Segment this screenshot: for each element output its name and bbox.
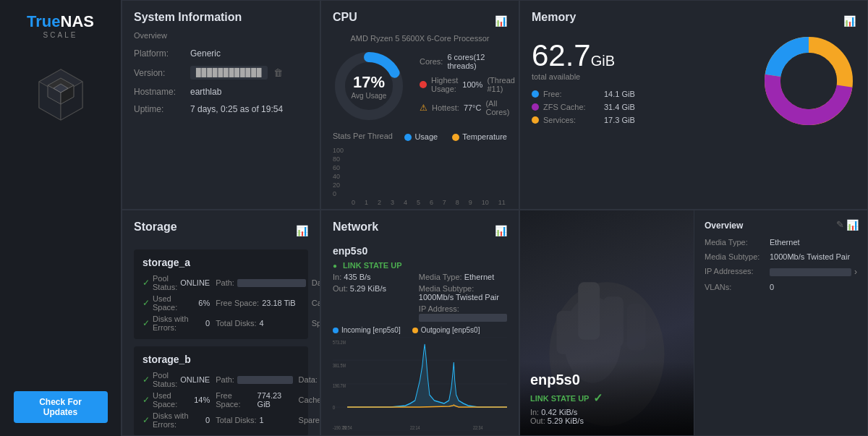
cpu-donut: 17% Avg Usage <box>333 50 405 122</box>
check-updates-button[interactable]: Check For Updates <box>14 391 108 423</box>
pool-b-spares: Spares: 0 <box>299 411 320 429</box>
pool-b-used: ✓ Used Space: 14% <box>142 391 210 409</box>
diskerr-icon-b: ✓ <box>142 415 150 425</box>
uptime-value: 7 days, 0:25 as of 19:54 <box>190 104 283 114</box>
storage-panel: Storage 📊 storage_a ✓ Pool Status: ONLIN… <box>122 210 320 436</box>
path-label-a: Path: <box>216 278 234 287</box>
diskerr-icon-a: ✓ <box>142 318 150 328</box>
uptime-row: Uptime: 7 days, 0:25 as of 19:54 <box>134 104 308 114</box>
pool-b-name: storage_b <box>142 354 299 365</box>
data-label-b: Data: <box>299 375 318 384</box>
iface-media-subtype-row: Media Subtype: 1000Mb/s Twisted Pair <box>705 252 857 261</box>
memory-total-label: total available <box>532 72 635 81</box>
totaldisks-val-a: 4 <box>259 319 263 328</box>
used-icon-a: ✓ <box>142 298 150 308</box>
memory-donut <box>762 34 856 130</box>
pool-a-diskerrs: ✓ Disks with Errors: 0 <box>142 315 210 332</box>
cpu-hottest-row: ⚠ Hottest: 77°C (All Cores) <box>420 99 515 116</box>
iface-out-label: Out: <box>530 416 548 425</box>
dashboard: TrueNAS SCALE Che <box>0 0 868 436</box>
uptime-label: Uptime: <box>134 104 190 114</box>
interface-edit-icon[interactable]: ✎ <box>836 219 844 230</box>
incoming-dot <box>333 328 339 333</box>
used-label-a: Used Space: <box>153 294 195 312</box>
memory-chart-icon[interactable]: 📊 <box>843 15 856 27</box>
cpu-donut-label: 17% Avg Usage <box>352 73 387 100</box>
net-media-type: Media Type: Ethernet <box>419 273 507 281</box>
mem-services-row: Services: 17.3 GiB <box>532 116 635 124</box>
used-value-b: 14% <box>194 396 210 404</box>
iface-ip-row: IP Addresses: ████████████ › <box>705 267 857 277</box>
storage-pool-a: storage_a ✓ Pool Status: ONLINE Path: ██… <box>134 249 308 339</box>
ip-value: █████████████ <box>419 314 507 322</box>
pool-b-diskerrs: ✓ Disks with Errors: 0 <box>142 411 210 429</box>
version-value: ████████████ <box>190 66 268 80</box>
cpu-bars-chart <box>350 147 507 197</box>
pool-b-free: Free Space: 774.23 GiB <box>216 391 292 409</box>
pool-b-status-icon: ✓ <box>142 375 150 385</box>
used-label-b: Used Space: <box>153 391 191 409</box>
cpu-stats: Cores: 6 cores(12 threads) Highest Usage… <box>420 50 515 122</box>
iface-in-out: In: 0.42 KiB/s Out: 5.29 KiB/s <box>530 408 684 425</box>
sysinfo-panel: System Information Overview Platform: Ge… <box>122 0 320 210</box>
highest-value: 100% <box>462 80 482 89</box>
platform-label: Platform: <box>134 48 190 59</box>
iface-vlans-val: 0 <box>770 283 774 291</box>
iface-vlans-label: VLANs: <box>705 283 770 291</box>
net-io-out: Out: 5.29 KiB/s <box>333 284 401 302</box>
svg-point-14 <box>780 53 837 109</box>
pool-a-spares: Spares: 0 <box>312 315 320 332</box>
iface-ip-arrow[interactable]: › <box>854 267 857 277</box>
network-title: Network <box>333 221 378 234</box>
net-in-val: 435 B/s <box>344 273 370 281</box>
pool-a-status: ✓ Pool Status: ONLINE <box>142 274 210 291</box>
services-dot <box>532 116 539 124</box>
pool-b-data: Data: 1 vdev <box>299 371 320 388</box>
network-svg-chart: 573.2M 381.5M 190.7M 0 -190.7M 21:54 22:… <box>333 337 507 431</box>
free-value-b: 774.23 GiB <box>258 391 293 409</box>
iface-media-type-row: Media Type: Ethernet <box>705 238 857 247</box>
legend-usage: Usage <box>404 132 438 141</box>
pool-a-free: Free Space: 23.18 TiB <box>216 294 306 312</box>
pool-a-name: storage_a <box>142 257 299 268</box>
iface-overview-label: Overview <box>705 221 857 231</box>
svg-text:381.5M: 381.5M <box>333 362 346 368</box>
memory-title: Memory <box>532 11 576 24</box>
used-icon-b: ✓ <box>142 395 150 405</box>
pool-a-totaldisks: Total Disks: 4 <box>216 315 306 332</box>
hostname-value: earthlab <box>190 87 221 97</box>
link-up-dot: ● <box>333 262 337 270</box>
free-label: Free: <box>543 90 600 98</box>
mem-zfs-row: ZFS Cache: 31.4 GiB <box>532 103 635 111</box>
hottest-label: Hottest: <box>432 103 459 112</box>
storage-chart-icon[interactable]: 📊 <box>296 225 308 236</box>
platform-row: Platform: Generic <box>134 48 308 59</box>
free-label-b: Free Space: <box>216 391 254 409</box>
version-edit-icon[interactable]: 🗑 <box>273 67 283 78</box>
cpu-title: CPU <box>333 11 357 24</box>
hottest-value: 77°C <box>464 103 482 112</box>
caches-label-b: Caches: <box>299 396 320 404</box>
hostname-row: Hostname: earthlab <box>134 87 308 97</box>
iface-out-val: 5.29 KiB/s <box>548 416 584 425</box>
ip-label: IP Address: <box>419 304 459 313</box>
svg-rect-31 <box>578 282 600 339</box>
hottest-sub: (All Cores) <box>485 99 514 116</box>
interface-chart-icon[interactable]: 📊 <box>846 219 859 231</box>
totaldisks-val-b: 1 <box>259 416 263 424</box>
svg-rect-32 <box>603 296 624 347</box>
diskerr-val-a: 0 <box>205 319 210 328</box>
storage-pool-b: storage_b ✓ Pool Status: ONLINE Path: ██… <box>134 346 308 436</box>
diskerr-label-a: Disks with Errors: <box>153 315 203 332</box>
iface-media-type-label: Media Type: <box>705 238 770 247</box>
svg-text:190.7M: 190.7M <box>333 382 346 388</box>
cpu-panel: CPU 📊 AMD Ryzen 5 5600X 6-Core Processor… <box>320 0 519 210</box>
network-chart-icon[interactable]: 📊 <box>495 225 507 236</box>
pool-b-totaldisks: Total Disks: 1 <box>216 411 292 429</box>
iface-media-type-val: Ethernet <box>770 238 800 247</box>
used-value-a: 6% <box>198 299 210 307</box>
highest-sub: (Thread #11) <box>487 76 515 93</box>
incoming-label: Incoming [enp5s0] <box>341 326 401 334</box>
cpu-chart-icon[interactable]: 📊 <box>495 15 507 27</box>
link-status: LINK STATE UP <box>343 261 401 270</box>
